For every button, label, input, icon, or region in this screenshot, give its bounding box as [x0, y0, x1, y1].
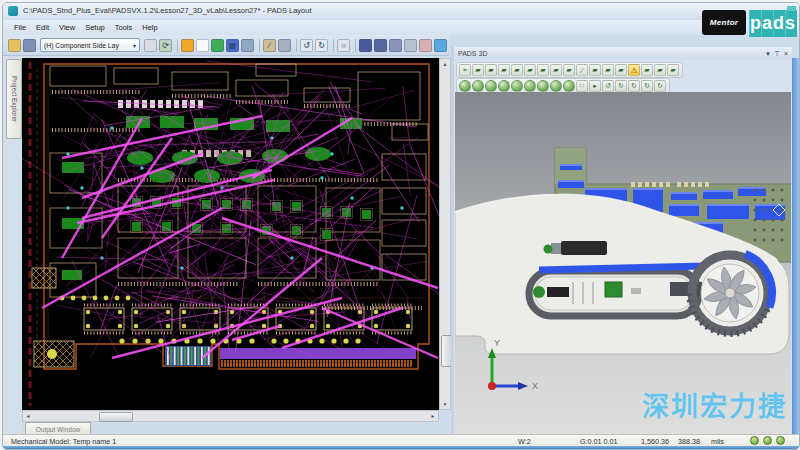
layer-selector-value: (H) Component Side Lay	[44, 42, 119, 49]
export-3d-icon[interactable]: ▰	[667, 64, 679, 76]
pads-3d-panel: PADS 3D ▾ ⊤ × ➢▰▰▰▰▰▰▰▰∕▰▰▰⚠▰▰▰ ∷▸↺↻↻↻↻ …	[454, 47, 792, 435]
pads-layout-window: C:\PADS_Stnd_Plus_Eval\PADSVX.1.2\Lesson…	[0, 0, 800, 450]
layer-selector-combo[interactable]: (H) Component Side Lay▾	[40, 38, 140, 52]
board-green-icon[interactable]: ▰	[524, 64, 536, 76]
panel-pin-icon[interactable]: ⊤	[774, 50, 780, 57]
spin-x-icon[interactable]: ↻	[628, 80, 640, 92]
menu-setup[interactable]: Setup	[80, 22, 110, 33]
snap-point-icon[interactable]: ▰	[602, 64, 614, 76]
cross-probe-icon[interactable]: ▰	[589, 64, 601, 76]
scroll-left-icon[interactable]: ◄	[23, 411, 33, 421]
scroll-right-icon[interactable]: ►	[428, 411, 438, 421]
redline-view-icon[interactable]	[144, 39, 157, 52]
toolbar-separator	[177, 39, 178, 52]
grid-dots-icon[interactable]: ∷	[576, 80, 588, 92]
horizontal-scroll-thumb[interactable]	[99, 412, 133, 422]
title-bar[interactable]: C:\PADS_Stnd_Plus_Eval\PADSVX.1.2\Lesson…	[3, 3, 799, 19]
pads-3d-toolbar-1: ➢▰▰▰▰▰▰▰▰∕▰▰▰⚠▰▰▰	[456, 62, 683, 78]
spin-z-icon[interactable]: ↻	[654, 80, 666, 92]
zoom-window-icon[interactable]: ▰	[550, 64, 562, 76]
window-bottom-border	[3, 446, 799, 449]
spin-y-icon[interactable]: ↻	[641, 80, 653, 92]
add-route-icon[interactable]: ∕	[263, 39, 276, 52]
horizontal-scrollbar[interactable]: ◄ ►	[22, 410, 439, 422]
select-icon[interactable]: ➢	[459, 64, 471, 76]
status-indicator-3[interactable]	[776, 436, 785, 445]
open-file-icon[interactable]	[8, 39, 21, 52]
design-grid-icon[interactable]: ▦	[226, 39, 239, 52]
3d-viewport[interactable]: YX深圳宏力捷	[455, 92, 791, 434]
project-explorer-tab[interactable]: Project Explorer	[6, 59, 22, 139]
main-toolbar: (H) Component Side Lay▾⟳▦∕↺↻○	[3, 35, 449, 56]
blank-document-icon[interactable]	[196, 39, 209, 52]
shaded-view-icon[interactable]: ▰	[511, 64, 523, 76]
status-model: Mechanical Model: Temp name 1	[11, 437, 116, 446]
snapshot-icon[interactable]: ▰	[641, 64, 653, 76]
undo-icon[interactable]: ↺	[300, 39, 313, 52]
photo-view-icon[interactable]	[241, 39, 254, 52]
status-grid: G:0.01 0.01	[580, 437, 618, 446]
pan-3d-icon[interactable]: ▰	[472, 64, 484, 76]
panel-dropdown-icon[interactable]: ▾	[766, 50, 770, 57]
view-top-icon[interactable]	[472, 80, 484, 92]
status-width: W:2	[518, 437, 531, 446]
board-setup-icon[interactable]	[181, 39, 194, 52]
menu-help[interactable]: Help	[137, 22, 162, 33]
view-left-icon[interactable]	[524, 80, 536, 92]
scroll-up-icon[interactable]: ▲	[440, 59, 450, 69]
measure-icon[interactable]: ∕	[576, 64, 588, 76]
vertical-scrollbar[interactable]: ▲ ▼	[439, 58, 451, 410]
3d-wave-icon[interactable]	[434, 39, 447, 52]
refresh-icon[interactable]: ⟳	[159, 39, 172, 52]
panel-close-icon[interactable]: ×	[784, 50, 788, 57]
pcb-layout-canvas[interactable]	[22, 58, 439, 410]
rotate-ccw-icon[interactable]: ↺	[602, 80, 614, 92]
zoom-dynamic-icon[interactable]: ▰	[563, 64, 575, 76]
pads-logo-text: pads	[750, 13, 796, 34]
view-ortho-icon[interactable]	[550, 80, 562, 92]
status-indicator-1[interactable]	[750, 436, 759, 445]
status-indicator-2[interactable]	[763, 436, 772, 445]
mentor-graphics-logo: Mentor	[702, 10, 746, 35]
filter-edit-icon[interactable]	[374, 39, 387, 52]
view-iso-icon[interactable]	[459, 80, 471, 92]
filter-route-icon[interactable]	[389, 39, 402, 52]
view-bottom-icon[interactable]	[485, 80, 497, 92]
copy-image-icon[interactable]: ▰	[654, 64, 666, 76]
redo-icon[interactable]: ↻	[315, 39, 328, 52]
rotate-3d-icon[interactable]: ▰	[485, 64, 497, 76]
fit-view-icon[interactable]: ▰	[498, 64, 510, 76]
pick-arrow-icon[interactable]: ▸	[589, 80, 601, 92]
new-window-icon[interactable]	[404, 39, 417, 52]
status-units: mils	[711, 437, 724, 446]
view-right-icon[interactable]	[537, 80, 549, 92]
mirror-view-icon[interactable]: ▰	[615, 64, 627, 76]
filter-design-icon[interactable]	[359, 39, 372, 52]
toolbar-separator	[355, 39, 356, 52]
view-back-icon[interactable]	[511, 80, 523, 92]
toolbar-separator	[333, 39, 334, 52]
rotate-cw-icon[interactable]: ↻	[615, 80, 627, 92]
zoom-icon[interactable]: ○	[337, 39, 350, 52]
board-blue-icon[interactable]: ▰	[537, 64, 549, 76]
toolbar-separator	[259, 39, 260, 52]
axis-y-label: Y	[494, 338, 500, 348]
eco-mode-icon[interactable]	[211, 39, 224, 52]
view-custom-icon[interactable]	[563, 80, 575, 92]
dim-mode-icon[interactable]	[419, 39, 432, 52]
save-icon[interactable]	[23, 39, 36, 52]
menu-view[interactable]: View	[54, 22, 80, 33]
pads-3d-title: PADS 3D	[458, 50, 487, 57]
window-title: C:\PADS_Stnd_Plus_Eval\PADSVX.1.2\Lesson…	[23, 6, 312, 15]
pads-logo-tile	[787, 6, 796, 11]
view-front-icon[interactable]	[498, 80, 510, 92]
pads-3d-header[interactable]: PADS 3D ▾ ⊤ ×	[454, 47, 792, 60]
scroll-down-icon[interactable]: ▼	[440, 399, 450, 409]
menu-file[interactable]: File	[9, 22, 31, 33]
menu-tools[interactable]: Tools	[110, 22, 138, 33]
window-right-border	[792, 58, 799, 435]
collision-warning-icon[interactable]: ⚠	[628, 64, 640, 76]
move-mode-icon[interactable]	[278, 39, 291, 52]
menu-edit[interactable]: Edit	[31, 22, 54, 33]
combo-arrow-icon[interactable]: ▾	[133, 42, 136, 49]
